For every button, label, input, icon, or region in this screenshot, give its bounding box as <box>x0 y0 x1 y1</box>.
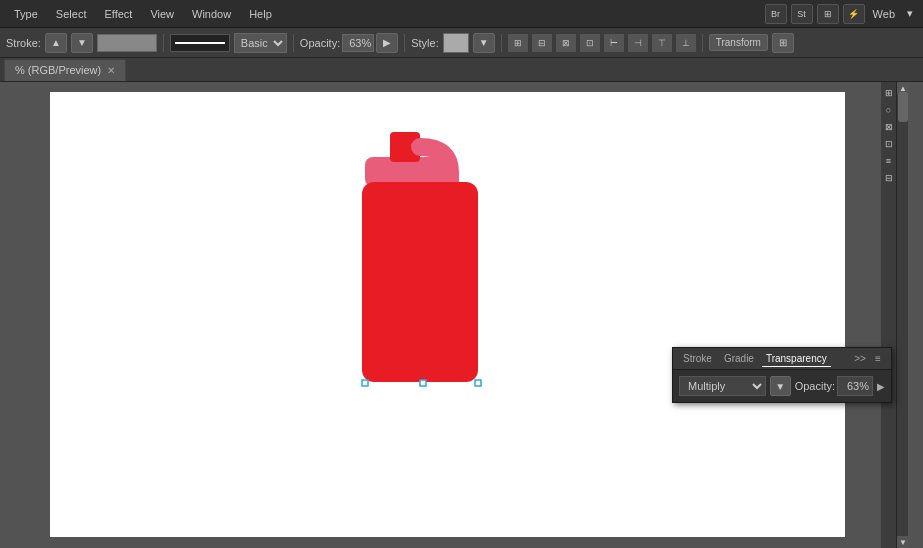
extinguisher-illustration <box>320 112 520 422</box>
menu-icons: Br St ⊞ ⚡ Web ▾ <box>765 4 917 24</box>
side-icon-6[interactable]: ⊟ <box>882 171 895 184</box>
main-tab[interactable]: % (RGB/Preview) ✕ <box>4 59 126 81</box>
align-icon-6[interactable]: ⊣ <box>628 34 648 52</box>
style-arrow[interactable]: ▼ <box>473 33 495 53</box>
blend-mode-select[interactable]: Multiply <box>679 376 766 396</box>
menu-type[interactable]: Type <box>6 4 46 24</box>
opacity-arrow[interactable]: ▶ <box>376 33 398 53</box>
main-content: Stroke Gradie Transparency >> ≡ Multiply… <box>0 82 923 548</box>
stroke-up-btn[interactable]: ▲ <box>45 33 67 53</box>
align-icon-5[interactable]: ⊢ <box>604 34 624 52</box>
right-scrollbar[interactable]: ▲ ▼ <box>896 82 908 548</box>
scrollbar-thumb[interactable] <box>898 92 908 122</box>
stroke-line-box[interactable] <box>170 34 230 52</box>
panel-opacity-input[interactable] <box>837 376 873 396</box>
web-label: Web <box>869 8 899 20</box>
transparency-panel: Stroke Gradie Transparency >> ≡ Multiply… <box>672 347 892 403</box>
side-icon-1[interactable]: ⊞ <box>882 86 895 99</box>
menu-view[interactable]: View <box>142 4 182 24</box>
divider5 <box>702 34 703 52</box>
svg-rect-3 <box>362 380 368 386</box>
panel-body: Multiply ▼ Opacity: ▶ <box>673 370 891 402</box>
bridge-btn[interactable]: Br <box>765 4 787 24</box>
web-arrow[interactable]: ▾ <box>903 7 917 20</box>
tab-label: % (RGB/Preview) <box>15 64 101 76</box>
transform-options[interactable]: ⊞ <box>772 33 794 53</box>
side-icon-2[interactable]: ○ <box>882 103 895 116</box>
basic-select[interactable]: Basic <box>234 33 287 53</box>
divider1 <box>163 34 164 52</box>
stroke-down-btn[interactable]: ▼ <box>71 33 93 53</box>
scrollbar-down[interactable]: ▼ <box>897 536 909 548</box>
canvas-area: Stroke Gradie Transparency >> ≡ Multiply… <box>0 82 923 548</box>
panel-opacity-arrow[interactable]: ▶ <box>877 381 885 392</box>
panel-tab-gradient[interactable]: Gradie <box>720 351 758 366</box>
tab-bar: % (RGB/Preview) ✕ <box>0 58 923 82</box>
align-icon-3[interactable]: ⊠ <box>556 34 576 52</box>
panel-header: Stroke Gradie Transparency >> ≡ <box>673 348 891 370</box>
side-icon-4[interactable]: ⊡ <box>882 137 895 150</box>
style-box[interactable] <box>443 33 469 53</box>
stroke-color[interactable] <box>97 34 157 52</box>
workspace-btn[interactable]: ⊞ <box>817 4 839 24</box>
side-icon-5[interactable]: ≡ <box>882 154 895 167</box>
white-canvas <box>50 92 845 537</box>
panel-opacity-label: Opacity: <box>795 380 835 392</box>
style-label: Style: <box>411 37 439 49</box>
svg-rect-2 <box>362 182 478 382</box>
stock-btn[interactable]: St <box>791 4 813 24</box>
panel-menu-btn[interactable]: ≡ <box>871 352 885 366</box>
panel-expand-btn[interactable]: >> <box>853 352 867 366</box>
right-icon-panel: ⊞ ○ ⊠ ⊡ ≡ ⊟ <box>881 82 896 548</box>
align-icon-2[interactable]: ⊟ <box>532 34 552 52</box>
menu-effect[interactable]: Effect <box>96 4 140 24</box>
blend-dropdown-btn[interactable]: ▼ <box>770 376 791 396</box>
tab-close-btn[interactable]: ✕ <box>107 65 115 76</box>
stroke-label: Stroke: <box>6 37 41 49</box>
toolbar: Stroke: ▲ ▼ Basic Opacity: ▶ Style: ▼ ⊞ … <box>0 28 923 58</box>
side-icon-3[interactable]: ⊠ <box>882 120 895 133</box>
divider2 <box>293 34 294 52</box>
opacity-input[interactable] <box>342 34 374 52</box>
plugin-btn[interactable]: ⚡ <box>843 4 865 24</box>
svg-rect-5 <box>475 380 481 386</box>
divider3 <box>404 34 405 52</box>
menu-select[interactable]: Select <box>48 4 95 24</box>
align-icon-7[interactable]: ⊤ <box>652 34 672 52</box>
opacity-section: Opacity: ▶ <box>300 33 398 53</box>
stroke-line <box>175 42 225 44</box>
align-icon-4[interactable]: ⊡ <box>580 34 600 52</box>
menu-help[interactable]: Help <box>241 4 280 24</box>
align-icon-1[interactable]: ⊞ <box>508 34 528 52</box>
opacity-display: Opacity: <box>795 376 873 396</box>
divider4 <box>501 34 502 52</box>
panel-tab-transparency[interactable]: Transparency <box>762 351 831 367</box>
svg-rect-4 <box>420 380 426 386</box>
menu-window[interactable]: Window <box>184 4 239 24</box>
opacity-label: Opacity: <box>300 37 340 49</box>
transform-btn[interactable]: Transform <box>709 34 768 51</box>
align-icon-8[interactable]: ⊥ <box>676 34 696 52</box>
panel-tab-stroke[interactable]: Stroke <box>679 351 716 366</box>
menu-bar: Type Select Effect View Window Help Br S… <box>0 0 923 28</box>
